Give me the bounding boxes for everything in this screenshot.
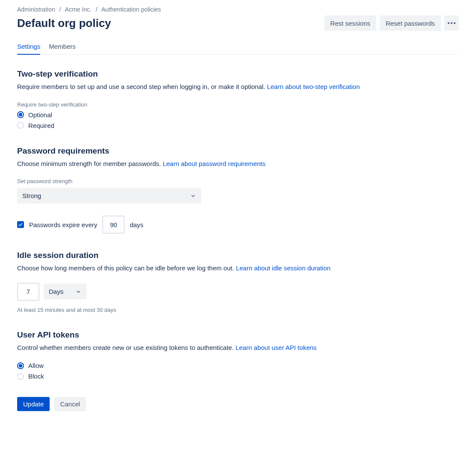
password-strength-label: Set password strength xyxy=(17,178,459,184)
radio-block-label: Block xyxy=(28,373,44,380)
two-step-learn-link[interactable]: Learn about two-step verification xyxy=(267,83,360,90)
idle-helper: At least 15 minutes and at most 30 days xyxy=(17,307,459,313)
radio-allow[interactable]: Allow xyxy=(17,362,459,369)
two-step-desc-text: Require members to set up and use a seco… xyxy=(17,83,267,90)
api-tokens-desc-text: Control whether members create new or us… xyxy=(17,344,235,351)
breadcrumb-separator: / xyxy=(57,6,64,13)
chevron-down-icon xyxy=(190,193,196,199)
breadcrumb-auth-policies[interactable]: Authentication policies xyxy=(101,6,161,13)
radio-allow-label: Allow xyxy=(28,362,44,369)
rest-sessions-button[interactable]: Rest sessions xyxy=(324,15,376,31)
radio-block[interactable]: Block xyxy=(17,373,459,380)
api-tokens-radio-group: Allow Block xyxy=(17,362,459,380)
password-req-desc: Choose minimum strength for member passw… xyxy=(17,159,459,169)
two-step-desc: Require members to set up and use a seco… xyxy=(17,82,459,92)
more-horizontal-icon xyxy=(448,22,455,24)
radio-icon xyxy=(17,111,24,118)
password-strength-select[interactable]: Strong xyxy=(17,188,201,204)
section-idle: Idle session duration Choose how long me… xyxy=(17,251,459,313)
radio-icon xyxy=(17,373,24,380)
idle-value-input[interactable] xyxy=(17,283,39,301)
api-tokens-title: User API tokens xyxy=(17,330,459,340)
idle-unit-select[interactable]: Days xyxy=(44,284,86,299)
two-step-title: Two-step verification xyxy=(17,69,459,79)
radio-optional[interactable]: Optional xyxy=(17,111,459,118)
password-expire-suffix: days xyxy=(130,221,143,228)
section-api-tokens: User API tokens Control whether members … xyxy=(17,330,459,380)
password-expire-days-input[interactable] xyxy=(102,216,125,234)
radio-icon xyxy=(17,122,24,129)
header-actions: Rest sessions Reset passwords xyxy=(324,15,459,31)
page-title: Default org policy xyxy=(17,17,111,30)
section-two-step: Two-step verification Require members to… xyxy=(17,69,459,129)
radio-icon xyxy=(17,362,24,369)
more-actions-button[interactable] xyxy=(444,15,459,31)
tab-settings[interactable]: Settings xyxy=(17,39,40,54)
password-expire-checkbox[interactable] xyxy=(17,221,24,228)
idle-title: Idle session duration xyxy=(17,251,459,260)
reset-passwords-button[interactable]: Reset passwords xyxy=(380,15,441,31)
check-icon xyxy=(18,222,23,227)
api-tokens-desc: Control whether members create new or us… xyxy=(17,343,459,353)
tabs: Settings Members xyxy=(17,39,459,55)
breadcrumb-separator: / xyxy=(93,6,100,13)
breadcrumb-acme[interactable]: Acme Inc. xyxy=(65,6,92,13)
idle-desc: Choose how long members of this policy c… xyxy=(17,264,459,273)
radio-required[interactable]: Required xyxy=(17,122,459,129)
update-button[interactable]: Update xyxy=(17,397,50,411)
password-req-learn-link[interactable]: Learn about password requirements xyxy=(163,160,265,167)
password-expire-prefix: Passwords expire every xyxy=(29,221,97,228)
password-req-desc-text: Choose minimum strength for member passw… xyxy=(17,160,163,167)
api-tokens-learn-link[interactable]: Learn about user API tokens xyxy=(235,344,316,351)
idle-learn-link[interactable]: Learn about idle session duration xyxy=(236,264,330,272)
radio-required-label: Required xyxy=(28,122,54,129)
password-req-title: Password requirements xyxy=(17,146,459,156)
password-expire-row: Passwords expire every days xyxy=(17,216,459,234)
two-step-radio-group: Optional Required xyxy=(17,111,459,129)
idle-desc-text: Choose how long members of this policy c… xyxy=(17,264,236,272)
radio-optional-label: Optional xyxy=(28,111,52,118)
password-strength-value: Strong xyxy=(22,192,41,199)
idle-unit-value: Days xyxy=(49,288,63,295)
chevron-down-icon xyxy=(75,289,81,295)
footer-actions: Update Cancel xyxy=(17,397,459,411)
section-password-req: Password requirements Choose minimum str… xyxy=(17,146,459,234)
cancel-button[interactable]: Cancel xyxy=(54,397,86,411)
breadcrumb: Administration / Acme Inc. / Authenticat… xyxy=(17,6,459,13)
tab-members[interactable]: Members xyxy=(49,39,76,54)
breadcrumb-administration[interactable]: Administration xyxy=(17,6,55,13)
two-step-field-label: Require two-step verification xyxy=(17,101,459,108)
